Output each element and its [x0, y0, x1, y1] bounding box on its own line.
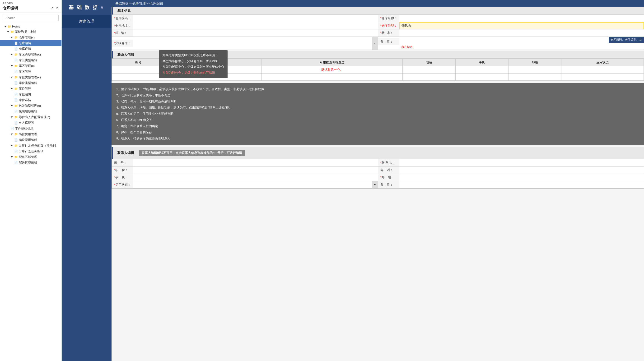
zip-input[interactable]	[133, 30, 378, 36]
breadcrumb: 基础数据>>仓库管理>>仓库编辑	[112, 0, 644, 7]
folder-icon: 📁	[14, 155, 18, 159]
contact-edit-section: | 联系人编辑 联系人编辑默认不可用，点击联系人信息列表操作的"+"号后，可进行…	[112, 147, 644, 189]
ce-num-input[interactable]	[133, 160, 378, 166]
warehouse-address-input[interactable]	[133, 22, 378, 29]
tree-item-location-edit[interactable]: 📄 库位编辑	[0, 91, 62, 97]
tree-item-zone-type-mgmt[interactable]: ▼ 📁 库区类型管理(c)	[0, 52, 62, 57]
folder-icon: 📁	[14, 104, 18, 107]
notes-box: 1、整个基础数据：*为必填项，必填项只校验空和非空，不校验长度、有效性、类型。非…	[112, 83, 644, 145]
tree-item-delivery-freight-edit[interactable]: 📄 配送运费编辑	[0, 160, 62, 166]
tree-item-box-type-mgmt[interactable]: ▼ 📁 包装箱型管理(c)	[0, 103, 62, 109]
ce-contact-input[interactable]	[399, 160, 644, 166]
ce-phone-input[interactable]	[399, 167, 644, 173]
tree-item-location-type-mgmt[interactable]: ▼ 📁 库位类型管理(c)	[0, 74, 62, 80]
export-icon[interactable]: ↗	[50, 6, 54, 10]
ce-status-input[interactable]	[133, 182, 372, 188]
cell-email	[508, 66, 562, 73]
basic-info-title: 基本信息	[118, 9, 131, 12]
warehouse-name-input[interactable]	[399, 15, 644, 21]
tree-item-post-cost-edit[interactable]: 📄 岗位费用编辑	[0, 137, 62, 143]
tree-item-location-type-edit[interactable]: 📄 库位类型编辑	[0, 80, 62, 86]
page-icon: 📄	[14, 98, 18, 102]
tree-item-zone-mgmt-edit[interactable]: 📄 库区管理	[0, 69, 62, 74]
chevron-down-icon: ▼	[4, 25, 7, 28]
sidebar-header: PAGES 仓库编辑 ↗ ↺	[0, 0, 62, 13]
tree-item-inout-config[interactable]: 📄 出入库配置	[0, 120, 62, 126]
nav-item-warehouse-mgmt[interactable]: 库房管理	[62, 15, 112, 28]
tree-label-post-cost-mgmt: 岗位费用管理	[19, 132, 60, 136]
status-input[interactable]	[399, 30, 644, 36]
tree-label-post-cost-edit: 岗位费用编辑	[19, 138, 60, 142]
chevron-down-icon: ▼	[10, 155, 13, 159]
folder-icon: 📁	[14, 133, 18, 136]
search-input[interactable]	[3, 15, 58, 21]
parent-warehouse-input[interactable]	[133, 40, 372, 46]
page-icon: 📄	[14, 81, 18, 85]
tree-label-outplan-task-config: 出库计划任务配置（移动到	[19, 143, 60, 148]
city-link[interactable]: 所在城市	[399, 44, 644, 49]
ce-status-dropdown[interactable]: ▼	[372, 181, 378, 188]
ce-phone-label: 电 话：	[378, 166, 399, 174]
ce-mobile-label: *手 机：	[112, 174, 133, 181]
tree-item-inout-config-mgmt[interactable]: ▼ 📁 零件出入库配置管理(c)	[0, 114, 62, 120]
tree-item-zone-mgmt[interactable]: ▼ 📁 库区管理(c)	[0, 63, 62, 69]
ce-email-input[interactable]	[399, 174, 644, 181]
chevron-down-icon: ▼	[10, 76, 13, 79]
tooltip-line4: 类型为翻包仓，父级为翻包仓也可编辑	[162, 70, 224, 76]
folder-icon: 📁	[14, 53, 18, 56]
tree-item-warehouse-mgmt[interactable]: ▼ 📁 仓库管理(c)	[0, 35, 62, 40]
chevron-down-icon: ▼	[10, 64, 13, 68]
chevron-down-icon: ▼	[10, 133, 13, 136]
folder-icon: 📁	[14, 115, 18, 119]
tree-item-warehouse-edit[interactable]: 📄 仓库编辑	[0, 40, 62, 46]
center-nav: 基 础 数 据 ∨ 库房管理	[62, 0, 112, 361]
chevron-down-icon: ▼	[10, 87, 13, 90]
tree-label-zone-type-edit: 库区类型编辑	[19, 58, 60, 62]
ce-email-label: *邮 箱：	[378, 174, 399, 181]
tree-label-box-type-edit: 包装箱型编辑	[19, 109, 60, 114]
tree-item-outplan-task-config[interactable]: ▼ 📁 出库计划任务配置（移动到	[0, 143, 62, 148]
ce-num-label: 编 号：	[112, 159, 133, 166]
warehouse-code-input[interactable]	[133, 15, 378, 21]
tree-item-parts-basic[interactable]: 📄 零件基础信息	[0, 126, 62, 131]
col-dept: 可根据查询框查过	[262, 59, 402, 66]
tooltip-line1: 如果仓库类型为PDC则父级仓库不可用；	[162, 52, 224, 58]
tree-label-inout-config-mgmt: 零件出入库配置管理(c)	[19, 115, 60, 119]
tree-label-location-type-edit: 库位类型编辑	[19, 81, 60, 85]
note-8: 8、保存：整个页面的保存	[116, 129, 639, 135]
folder-icon: 📁	[14, 87, 18, 90]
tree-item-zone-type-edit[interactable]: 📄 库区类型编辑	[0, 57, 62, 63]
search-box	[3, 15, 58, 21]
refresh-icon[interactable]: ↺	[56, 6, 58, 10]
warehouse-name-label: *仓库名称：	[378, 15, 399, 22]
main-content: 基础数据>>仓库管理>>仓库编辑 | 基本信息 *仓库编码： *仓库名称：	[112, 0, 644, 361]
cell-email2	[508, 73, 562, 81]
remark-input[interactable]	[399, 38, 644, 44]
parent-tooltip: 如果仓库类型为PDC则父级仓库不可用； 类型为维修中心，父级仓库列出所有PDC；…	[159, 50, 228, 78]
col-email: 邮箱	[508, 59, 562, 66]
tree-item-outplan-task-edit[interactable]: 📄 出库计划任务编辑	[0, 148, 62, 154]
tree-item-warehouse-detail[interactable]: 📄 仓库详情	[0, 46, 62, 52]
parent-warehouse-dropdown[interactable]: ▼	[372, 37, 378, 49]
tooltip-line3: 类型为钣喷中心，父级仓库列出所有维修中心	[162, 64, 224, 70]
cell-status2	[562, 73, 644, 81]
note-4: 4、联系人信息：增加、编辑、删除功能，默认为空。点击新建弹出 "联系人编辑"框。	[116, 105, 639, 111]
tree-item-box-type-edit[interactable]: 📄 包装箱型编辑	[0, 109, 62, 114]
tooltip-line2: 类型为维修中心，父级仓库列出所有PDC；	[162, 58, 224, 64]
tree-item-post-cost-mgmt[interactable]: ▼ 📁 岗位费用管理	[0, 131, 62, 137]
tree-item-delivery-zone-mgmt[interactable]: ▼ 📁 配送区域管理	[0, 154, 62, 160]
ce-remark-input[interactable]	[399, 182, 644, 188]
warehouse-type-input[interactable]	[399, 22, 644, 29]
ce-mobile-input[interactable]	[133, 174, 378, 181]
cell-dept2	[262, 73, 402, 81]
ce-post-input[interactable]	[133, 167, 378, 173]
ce-remark-label: 备 注：	[378, 181, 399, 188]
tree-item-location-detail[interactable]: 📄 库位详情	[0, 97, 62, 103]
tree-item-home[interactable]: ▼ 📁 Home	[0, 24, 62, 29]
tree-item-location-mgmt[interactable]: ▼ 📁 库位管理	[0, 86, 62, 91]
tree-item-basic-online[interactable]: ▼ 📁 基础数据 - 上线	[0, 29, 62, 35]
folder-icon: 📁	[8, 25, 11, 28]
center-nav-arrow[interactable]: ∨	[100, 5, 104, 10]
cell-mobile2	[456, 73, 508, 81]
page-icon: 📄	[14, 70, 18, 73]
